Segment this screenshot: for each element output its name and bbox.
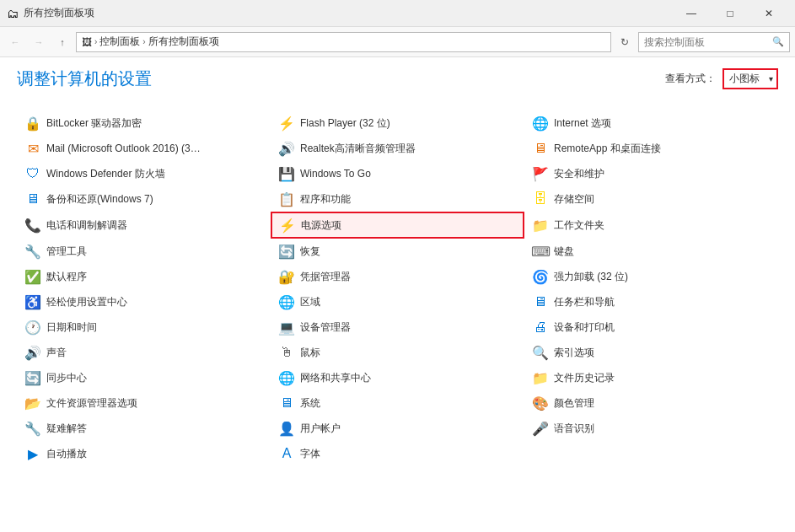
- system-icon: 🖥: [278, 395, 295, 411]
- realtek-icon: 🔊: [278, 140, 295, 157]
- view-value: 小图标: [729, 72, 760, 86]
- file-history-icon: 📁: [532, 369, 549, 386]
- back-button[interactable]: ←: [5, 32, 25, 52]
- item-speech[interactable]: 🎤语音识别: [524, 416, 778, 441]
- mail-icon: ✉: [24, 140, 41, 157]
- view-dropdown[interactable]: 小图标: [722, 68, 778, 89]
- item-file-explorer[interactable]: 📂文件资源管理器选项: [17, 390, 271, 416]
- item-programs[interactable]: 📋程序和功能: [271, 186, 524, 212]
- ease-label: 轻松使用设置中心: [46, 295, 127, 309]
- default-label: 默认程序: [46, 270, 87, 284]
- item-sound[interactable]: 🔊声音: [17, 340, 271, 365]
- item-user-accounts[interactable]: 👤用户帐户: [271, 416, 524, 441]
- item-strong-remove[interactable]: 🌀强力卸载 (32 位): [524, 264, 778, 289]
- font-label: 字体: [300, 447, 320, 461]
- item-windows-to-go[interactable]: 💾Windows To Go: [271, 161, 524, 186]
- item-credentials[interactable]: 🔐凭据管理器: [271, 264, 524, 289]
- item-work-folders[interactable]: 📁工作文件夹: [524, 212, 778, 239]
- item-storage[interactable]: 🗄存储空间: [524, 186, 778, 212]
- item-troubleshoot[interactable]: 🔧疑难解答: [17, 416, 271, 441]
- item-devices-printers[interactable]: 🖨设备和打印机: [524, 314, 778, 340]
- credentials-label: 凭据管理器: [300, 270, 351, 284]
- item-mail[interactable]: ✉Mail (Microsoft Outlook 2016) (3…: [17, 136, 271, 161]
- forward-button[interactable]: →: [29, 32, 49, 52]
- default-icon: ✅: [24, 268, 41, 285]
- device-manager-icon: 💻: [278, 319, 295, 336]
- item-network[interactable]: 🌐网络和共享中心: [271, 365, 524, 390]
- items-grid: 🔒BitLocker 驱动器加密⚡Flash Player (32 位)🌐Int…: [17, 110, 778, 466]
- search-box[interactable]: 🔍: [638, 32, 790, 52]
- index-icon: 🔍: [532, 344, 549, 361]
- realtek-label: Realtek高清晰音频管理器: [300, 142, 416, 156]
- troubleshoot-label: 疑难解答: [46, 422, 87, 436]
- maximize-button[interactable]: □: [711, 0, 749, 27]
- item-datetime[interactable]: 🕐日期和时间: [17, 314, 271, 340]
- item-color-mgmt[interactable]: 🎨颜色管理: [524, 390, 778, 416]
- power-icon: ⚡: [279, 217, 296, 234]
- titlebar-text: 所有控制面板项: [24, 6, 672, 20]
- refresh-button[interactable]: ↻: [615, 32, 635, 52]
- power-label: 电源选项: [301, 218, 341, 233]
- item-index[interactable]: 🔍索引选项: [524, 340, 778, 365]
- security-label: 安全和维护: [554, 167, 604, 181]
- item-mouse[interactable]: 🖱鼠标: [271, 340, 524, 365]
- address-box[interactable]: 🖼 › 控制面板 › 所有控制面板项: [76, 32, 611, 52]
- programs-icon: 📋: [278, 191, 295, 207]
- item-keyboard[interactable]: ⌨键盘: [524, 239, 778, 264]
- item-admin[interactable]: 🔧管理工具: [17, 239, 271, 264]
- item-taskbar[interactable]: 🖥任务栏和导航: [524, 289, 778, 314]
- taskbar-icon: 🖥: [532, 293, 549, 310]
- index-label: 索引选项: [554, 346, 594, 360]
- speech-label: 语音识别: [554, 422, 594, 436]
- item-bitlocker[interactable]: 🔒BitLocker 驱动器加密: [17, 110, 271, 136]
- devices-printers-icon: 🖨: [532, 319, 549, 336]
- item-security[interactable]: 🚩安全和维护: [524, 161, 778, 186]
- mail-label: Mail (Microsoft Outlook 2016) (3…: [46, 142, 201, 154]
- close-button[interactable]: ✕: [749, 0, 788, 27]
- minimize-button[interactable]: —: [672, 0, 711, 27]
- item-device-manager[interactable]: 💻设备管理器: [271, 314, 524, 340]
- item-defender[interactable]: 🛡Windows Defender 防火墙: [17, 161, 271, 186]
- item-system[interactable]: 🖥系统: [271, 390, 524, 416]
- restore-icon: 🔄: [278, 243, 295, 260]
- mouse-label: 鼠标: [300, 346, 320, 360]
- strong-remove-icon: 🌀: [532, 268, 549, 285]
- address-sep2: ›: [142, 37, 145, 46]
- item-region[interactable]: 🌐区域: [271, 289, 524, 314]
- item-remoteapp[interactable]: 🖥RemoteApp 和桌面连接: [524, 136, 778, 161]
- autoplay-label: 自动播放: [46, 447, 87, 461]
- item-restore[interactable]: 🔄恢复: [271, 239, 524, 264]
- keyboard-icon: ⌨: [532, 243, 549, 260]
- up-button[interactable]: ↑: [52, 32, 73, 52]
- storage-icon: 🗄: [532, 191, 549, 207]
- item-file-history[interactable]: 📁文件历史记录: [524, 365, 778, 390]
- remoteapp-icon: 🖥: [532, 140, 549, 157]
- address-part1: 控制面板: [99, 35, 140, 49]
- windows-to-go-icon: 💾: [278, 165, 295, 182]
- item-backup[interactable]: 🖥备份和还原(Windows 7): [17, 186, 271, 212]
- restore-label: 恢复: [300, 245, 320, 259]
- sound-icon: 🔊: [24, 344, 41, 361]
- item-ease[interactable]: ♿轻松使用设置中心: [17, 289, 271, 314]
- item-default[interactable]: ✅默认程序: [17, 264, 271, 289]
- titlebar-controls: — □ ✕: [672, 0, 788, 27]
- item-flash-player[interactable]: ⚡Flash Player (32 位): [271, 110, 524, 136]
- network-label: 网络和共享中心: [300, 371, 371, 385]
- item-realtek[interactable]: 🔊Realtek高清晰音频管理器: [271, 136, 524, 161]
- item-internet-options[interactable]: 🌐Internet 选项: [524, 110, 778, 136]
- item-autoplay[interactable]: ▶自动播放: [17, 441, 271, 466]
- sync-label: 同步中心: [46, 371, 87, 385]
- file-explorer-label: 文件资源管理器选项: [46, 396, 137, 411]
- item-sync[interactable]: 🔄同步中心: [17, 365, 271, 390]
- work-folders-icon: 📁: [532, 217, 549, 234]
- strong-remove-label: 强力卸载 (32 位): [554, 270, 628, 284]
- file-history-label: 文件历史记录: [554, 371, 615, 385]
- item-phone[interactable]: 📞电话和调制解调器: [17, 212, 271, 239]
- search-input[interactable]: [644, 36, 772, 48]
- address-folder-icon: 🖼: [82, 36, 92, 48]
- item-font[interactable]: A字体: [271, 441, 524, 466]
- titlebar: 🗂 所有控制面板项 — □ ✕: [0, 0, 795, 27]
- credentials-icon: 🔐: [278, 268, 295, 285]
- item-power[interactable]: ⚡电源选项: [271, 212, 524, 239]
- ease-icon: ♿: [24, 293, 41, 310]
